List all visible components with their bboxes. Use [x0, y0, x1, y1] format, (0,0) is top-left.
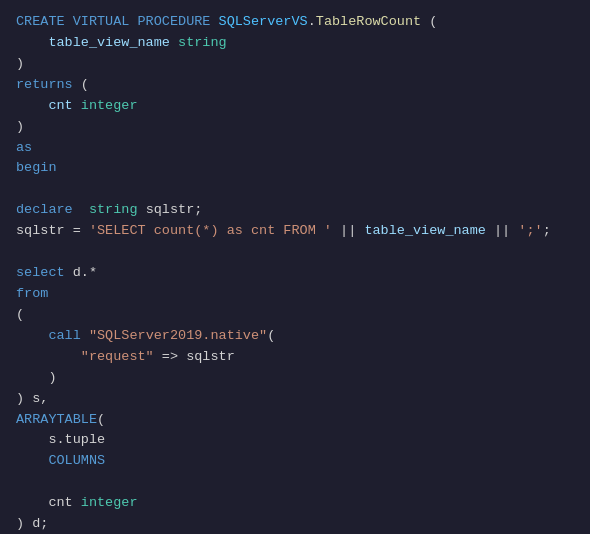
code-line: from: [16, 284, 574, 305]
code-token: =: [65, 223, 89, 238]
code-token: sqlstr: [186, 349, 235, 364]
code-token: .: [308, 14, 316, 29]
code-token: integer: [81, 98, 138, 113]
code-line: cnt integer: [16, 493, 574, 514]
code-line: declare string sqlstr;: [16, 200, 574, 221]
code-line: ARRAYTABLE(: [16, 410, 574, 431]
code-token: (: [97, 412, 105, 427]
code-line: returns (: [16, 75, 574, 96]
code-line: sqlstr = 'SELECT count(*) as cnt FROM ' …: [16, 221, 574, 242]
code-token: integer: [81, 495, 138, 510]
code-token: ): [16, 119, 24, 134]
code-token: d.*: [65, 265, 97, 280]
code-token: [16, 349, 81, 364]
code-line: table_view_name string: [16, 33, 574, 54]
code-token: "SQLServer2019.native": [89, 328, 267, 343]
code-token: "request": [81, 349, 154, 364]
code-token: returns: [16, 77, 73, 92]
code-line: ) s,: [16, 389, 574, 410]
code-token: ) d;: [16, 516, 48, 531]
code-token: 'SELECT count(*) as cnt FROM ': [89, 223, 332, 238]
code-line: ): [16, 368, 574, 389]
code-line: [16, 179, 574, 200]
code-editor: CREATE VIRTUAL PROCEDURE SQLServerVS.Tab…: [0, 0, 590, 534]
code-token: (: [267, 328, 275, 343]
code-token: table_view_name: [16, 35, 178, 50]
code-token: COLUMNS: [16, 453, 105, 468]
code-token: sqlstr: [16, 223, 65, 238]
code-token: SQLServerVS: [219, 14, 308, 29]
code-token: ';': [518, 223, 542, 238]
code-line: COLUMNS: [16, 451, 574, 472]
code-token: [81, 328, 89, 343]
code-line: [16, 472, 574, 493]
code-token: (: [16, 307, 24, 322]
code-token: from: [16, 286, 48, 301]
code-token: begin: [16, 160, 57, 175]
code-token: sqlstr;: [138, 202, 203, 217]
code-token: as: [16, 140, 32, 155]
code-token: =>: [154, 349, 186, 364]
code-token: declare: [16, 202, 73, 217]
code-line: as: [16, 138, 574, 159]
code-token: (: [73, 77, 89, 92]
code-line: CREATE VIRTUAL PROCEDURE SQLServerVS.Tab…: [16, 12, 574, 33]
code-line: cnt integer: [16, 96, 574, 117]
code-line: s.tuple: [16, 430, 574, 451]
code-token: ||: [332, 223, 364, 238]
code-line: [16, 242, 574, 263]
code-token: [73, 202, 89, 217]
code-token: cnt: [16, 495, 81, 510]
code-token: (: [421, 14, 437, 29]
code-token: ;: [543, 223, 551, 238]
code-token: ): [16, 56, 24, 71]
code-line: begin: [16, 158, 574, 179]
code-line: ) d;: [16, 514, 574, 534]
code-token: ) s,: [16, 391, 48, 406]
code-token: table_view_name: [364, 223, 486, 238]
code-token: string: [178, 35, 227, 50]
code-token: ||: [486, 223, 518, 238]
code-token: string: [89, 202, 138, 217]
code-line: (: [16, 305, 574, 326]
code-token: select: [16, 265, 65, 280]
code-token: s.tuple: [16, 432, 105, 447]
code-line: ): [16, 54, 574, 75]
code-line: "request" => sqlstr: [16, 347, 574, 368]
code-token: cnt: [16, 98, 81, 113]
code-line: ): [16, 117, 574, 138]
code-token: CREATE VIRTUAL PROCEDURE: [16, 14, 219, 29]
code-token: ): [16, 370, 57, 385]
code-token: call: [16, 328, 81, 343]
code-token: ARRAYTABLE: [16, 412, 97, 427]
code-token: TableRowCount: [316, 14, 421, 29]
code-line: call "SQLServer2019.native"(: [16, 326, 574, 347]
code-line: select d.*: [16, 263, 574, 284]
